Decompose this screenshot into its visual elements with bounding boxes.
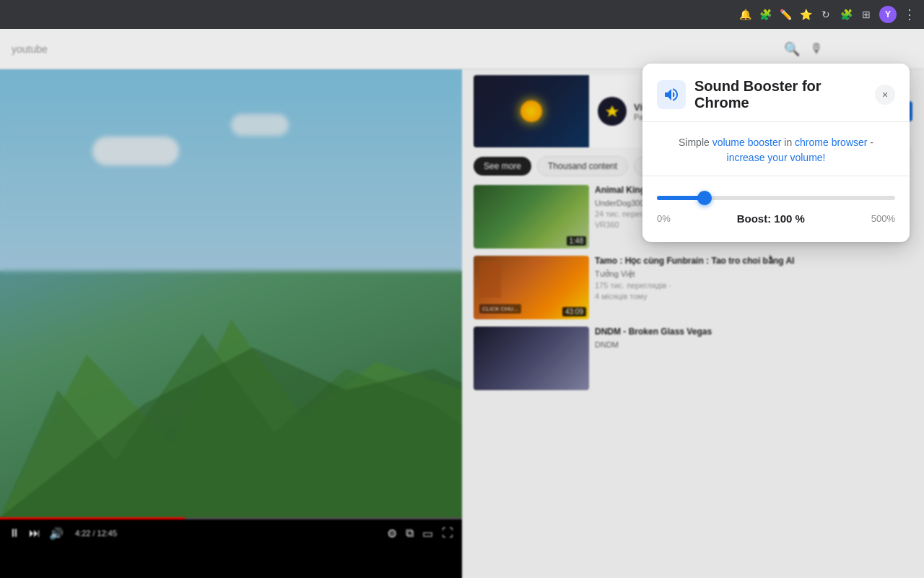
- speaker-icon: [663, 86, 680, 103]
- video-duration-2: 43:09: [562, 307, 586, 316]
- video-duration-1: 1:48: [567, 236, 586, 246]
- featured-sun: [520, 100, 542, 122]
- desc-chrome: chrome browser: [795, 137, 867, 148]
- popup-slider-area: 0% Boost: 100 % 500%: [642, 176, 910, 242]
- table-row: DNDM - Broken Glass Vegas DNDM: [474, 327, 912, 390]
- table-row: 43:09 CLICK CHU... Tamo : Học cùng Funbr…: [474, 256, 912, 319]
- video-channel-2: Tưởng Việt: [595, 269, 912, 279]
- popup-header: Sound Booster for Chrome ×: [642, 64, 910, 122]
- slider-min-label: 0%: [657, 213, 671, 224]
- video-title-3: DNDM - Broken Glass Vegas: [595, 327, 912, 338]
- video-thumbnail-1[interactable]: 1:48: [474, 185, 589, 249]
- sound-booster-popup: Sound Booster for Chrome × Simple volume…: [642, 64, 910, 242]
- extension-icon[interactable]: 🧩: [758, 7, 772, 22]
- popup-extension-icon: [657, 80, 686, 109]
- video-channel-3: DNDM: [595, 340, 912, 349]
- time-display: 4:22 / 12:45: [75, 529, 117, 538]
- video-thumbnail-2[interactable]: 43:09 CLICK CHU...: [474, 256, 589, 319]
- desc-simple: Simple: [679, 137, 712, 148]
- sync-icon[interactable]: ↻: [819, 7, 833, 22]
- video-thumbnail-3[interactable]: [474, 327, 589, 390]
- slider-track-background: [657, 196, 895, 200]
- slider-thumb[interactable]: [697, 191, 712, 205]
- mic-icon[interactable]: 🎙: [810, 41, 823, 56]
- channel-name: youtube: [12, 43, 48, 55]
- video-info-2: Tamo : Học cùng Funbrain : Tao tro choi …: [595, 256, 912, 319]
- more-icon[interactable]: ⋮: [902, 7, 917, 22]
- video-progress-bar[interactable]: [0, 517, 462, 519]
- star-icon[interactable]: ⭐: [798, 7, 813, 22]
- popup-close-button[interactable]: ×: [875, 85, 895, 105]
- desc-increase: increase your volume!: [727, 152, 826, 163]
- featured-channel-icon: [598, 97, 627, 126]
- fullscreen-icon[interactable]: ⛶: [442, 527, 453, 540]
- video-meta-2: 175 тис. переглядів ·4 місяців тому: [595, 280, 912, 303]
- desc-dash: -: [867, 137, 873, 148]
- slider-max-label: 500%: [871, 213, 895, 224]
- slider-boost-label: Boost: 100 %: [737, 212, 805, 225]
- theater-icon[interactable]: ▭: [422, 527, 433, 540]
- history-icon[interactable]: ✏️: [778, 7, 793, 22]
- popup-title: Sound Booster for Chrome: [694, 78, 866, 111]
- featured-thumbnail: [474, 75, 589, 147]
- slider-labels: 0% Boost: 100 % 500%: [657, 212, 895, 225]
- puzzle-icon[interactable]: 🧩: [839, 7, 853, 22]
- channel-logo: [605, 104, 619, 118]
- video-background: [0, 69, 462, 517]
- next-icon[interactable]: ⏭: [29, 527, 40, 540]
- chip-see-more[interactable]: See more: [474, 157, 531, 176]
- video-player: ⏸ ⏭ 🔊 4:22 / 12:45 ⚙ ⧉ ▭ ⛶: [0, 69, 462, 578]
- video-info-3: DNDM - Broken Glass Vegas DNDM: [595, 327, 912, 390]
- svg-marker-3: [606, 105, 619, 117]
- content-area: youtube 🔍 🎙: [0, 29, 924, 578]
- settings-icon[interactable]: ⚙: [387, 527, 397, 540]
- profile-icon[interactable]: Y: [879, 6, 897, 23]
- video-mountains: [0, 249, 462, 517]
- chip-thousand-content[interactable]: Thousand content: [537, 156, 628, 176]
- description-text: Simple volume booster in chrome browser …: [679, 137, 873, 163]
- bell-icon[interactable]: 🔔: [738, 7, 752, 22]
- chrome-topbar: 🔔 🧩 ✏️ ⭐ ↻ 🧩 ⊞ Y ⋮: [0, 0, 924, 29]
- desc-volume: volume booster: [712, 137, 782, 148]
- volume-slider-track[interactable]: [657, 191, 895, 205]
- video-controls: ⏸ ⏭ 🔊 4:22 / 12:45 ⚙ ⧉ ▭ ⛶: [0, 517, 462, 549]
- desc-in: in: [781, 137, 795, 148]
- video-progress-fill: [0, 517, 185, 519]
- popup-description: Simple volume booster in chrome browser …: [642, 122, 910, 176]
- grid-icon[interactable]: ⊞: [859, 7, 873, 22]
- search-bar: 🔍 🎙: [784, 41, 823, 57]
- play-icon[interactable]: ⏸: [9, 527, 20, 540]
- search-icon[interactable]: 🔍: [784, 41, 800, 57]
- video-title-2: Tamo : Học cùng Funbrain : Tao tro choi …: [595, 256, 912, 267]
- volume-icon[interactable]: 🔊: [49, 527, 64, 540]
- miniplayer-icon[interactable]: ⧉: [406, 527, 414, 540]
